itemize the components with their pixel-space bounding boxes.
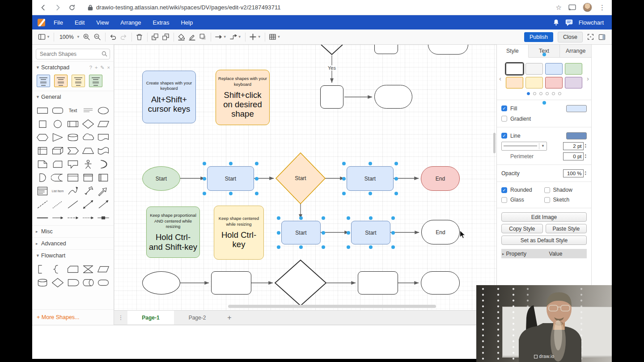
shape-horizontal-line[interactable] [35, 211, 50, 224]
insert-icon[interactable]: ▼ [248, 31, 263, 43]
scratchpad-shape[interactable] [37, 75, 50, 87]
publish-button[interactable]: Publish [524, 32, 553, 42]
shape-dashed-arrow[interactable] [65, 211, 80, 224]
shadow-toggle[interactable]: Shadow [544, 185, 587, 195]
preset-page-dot[interactable] [533, 92, 536, 95]
shape-bidirectional-connector[interactable] [80, 198, 96, 211]
shape-document[interactable] [96, 130, 111, 144]
shape-fc-decision[interactable] [50, 276, 65, 289]
scratchpad-close-icon[interactable]: × [107, 65, 110, 71]
style-preset-swatch[interactable] [506, 63, 523, 75]
profile-avatar[interactable] [583, 3, 592, 12]
shape-rounded-rectangle[interactable] [50, 104, 65, 117]
selection-handle[interactable] [394, 162, 398, 165]
selection-handle[interactable] [542, 101, 546, 105]
shape-container[interactable] [65, 171, 80, 184]
menu-item-arrange[interactable]: Arrange [114, 15, 147, 29]
table-icon[interactable]: ▼ [267, 31, 282, 43]
diagram-canvas[interactable]: Yes Create shapes with your keyboard Alt… [114, 45, 496, 310]
section-flowchart[interactable]: ▼ Flowchart [32, 249, 114, 261]
redo-icon[interactable] [119, 31, 129, 43]
opacity-value[interactable]: 100 % [563, 169, 584, 177]
menu-item-help[interactable]: Help [175, 15, 199, 29]
paste-style-button[interactable]: Paste Style [546, 224, 587, 233]
close-button[interactable]: Close [558, 32, 583, 42]
shape-card[interactable] [50, 157, 65, 171]
toggle-panel-icon[interactable] [598, 34, 606, 40]
back-icon[interactable] [38, 3, 48, 13]
scratchpad-add-icon[interactable]: + [95, 65, 97, 71]
selection-handle[interactable] [391, 231, 395, 235]
tip-box-replace-shapes[interactable]: Replace shapes with your keyboard Shift+… [216, 70, 270, 125]
shape-callout[interactable] [65, 157, 80, 171]
preset-page-dot[interactable] [558, 92, 561, 95]
shape-tape[interactable] [96, 144, 111, 157]
style-preset-swatch[interactable] [506, 77, 523, 88]
selection-handle[interactable] [342, 162, 346, 165]
shape-annotation-bracket[interactable] [35, 262, 50, 276]
scratchpad-shape[interactable] [72, 75, 85, 87]
selection-handle[interactable] [229, 162, 233, 165]
fill-color-icon[interactable] [176, 31, 187, 43]
cast-icon[interactable] [568, 4, 576, 11]
shape-fc-data[interactable] [96, 262, 111, 276]
edit-image-button[interactable]: Edit Image [501, 212, 587, 222]
shape-fc-database[interactable] [35, 276, 50, 289]
shape-and[interactable] [35, 171, 50, 184]
glass-checkbox[interactable] [501, 197, 507, 203]
shape-search[interactable] [36, 49, 110, 59]
add-page-button[interactable]: + [220, 311, 238, 324]
shape-data-storage[interactable] [50, 171, 65, 184]
selection-handle[interactable] [299, 216, 303, 220]
shape-textbox[interactable] [80, 104, 96, 117]
section-scratchpad[interactable]: ▼ Scratchpad ?+✎× [32, 61, 114, 73]
shape-parallelogram[interactable] [96, 117, 111, 130]
selection-handle[interactable] [322, 231, 325, 235]
shape-dashed-line[interactable] [35, 198, 50, 211]
style-preset-swatch[interactable] [565, 77, 582, 88]
shape-internal-storage[interactable] [35, 144, 50, 157]
scratchpad-shape[interactable] [89, 75, 102, 87]
shape-entity-link[interactable] [96, 211, 111, 224]
shape-annotation-brace[interactable] [50, 262, 65, 276]
flow-shape-blank-process[interactable] [211, 271, 251, 295]
flow-shape-decision-label[interactable]: Start [283, 175, 318, 181]
tip-box-create-shapes[interactable]: Create shapes with your keyboard Alt+Shi… [142, 71, 196, 123]
selection-handle[interactable] [322, 216, 325, 220]
shape-cube[interactable] [50, 144, 65, 157]
selection-handle[interactable] [277, 231, 280, 235]
shape-curve[interactable] [65, 184, 80, 198]
set-default-style-button[interactable]: Set as Default Style [501, 236, 587, 245]
flow-shape-process[interactable] [320, 85, 343, 109]
selection-handle[interactable] [229, 192, 233, 195]
address-bar[interactable]: drawio-testing.atlassian.net/wiki/spaces… [88, 4, 551, 11]
shape-square[interactable] [35, 117, 50, 130]
shape-text-label[interactable]: Text [65, 104, 80, 117]
selection-handle[interactable] [347, 231, 350, 235]
line-width-stepper[interactable]: 2 pt▲▼ [563, 142, 587, 150]
fill-checkbox[interactable]: ✓ [501, 105, 507, 111]
forward-icon[interactable] [53, 3, 63, 13]
section-general[interactable]: ▼ General [32, 91, 114, 103]
menu-item-file[interactable]: File [48, 15, 69, 29]
shape-list[interactable] [35, 184, 50, 198]
selection-handle[interactable] [255, 162, 258, 165]
shape-fc-card[interactable] [65, 262, 80, 276]
selection-handle[interactable] [203, 177, 206, 181]
stepper-arrows-icon[interactable]: ▲▼ [585, 154, 587, 159]
menu-item-extras[interactable]: Extras [147, 15, 175, 29]
flow-shape-step-selected[interactable]: Start [347, 166, 394, 191]
tab-page-1[interactable]: Page-1 [127, 311, 174, 324]
reload-icon[interactable] [67, 3, 77, 13]
glass-toggle[interactable]: Glass [501, 195, 544, 205]
browser-menu-icon[interactable]: ⋮ [599, 4, 606, 11]
edge-label-yes[interactable]: Yes [327, 65, 337, 71]
fill-color-swatch[interactable] [566, 105, 587, 112]
stepper-arrows-icon[interactable]: ▲▼ [585, 171, 587, 176]
more-shapes-button[interactable]: + More Shapes... [32, 309, 114, 325]
tip-box-centered-resize[interactable]: Keep shape centered while resizing Hold … [214, 206, 264, 260]
flow-shape-step-selected[interactable]: Start [207, 166, 254, 191]
flow-shape-step-selected[interactable]: Start [351, 221, 390, 244]
line-color-swatch[interactable] [566, 132, 587, 139]
shape-bidirectional-arrow[interactable] [80, 184, 96, 198]
